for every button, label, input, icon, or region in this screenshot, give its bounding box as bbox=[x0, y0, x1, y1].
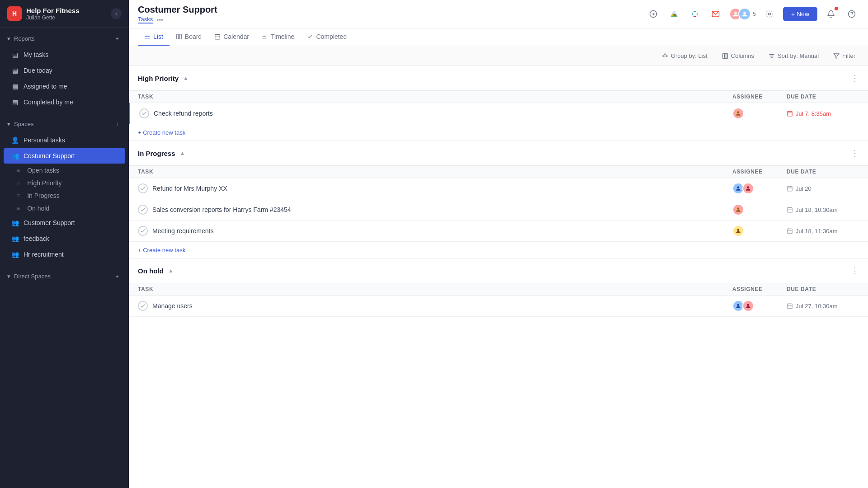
section-high-priority-more[interactable]: ⋮ bbox=[851, 73, 859, 83]
section-in-progress-chevron[interactable]: ▲ bbox=[180, 150, 185, 156]
section-in-progress-title: In Progress bbox=[138, 150, 175, 157]
sidebar-collapse-button[interactable]: ‹ bbox=[111, 8, 122, 19]
task-row[interactable]: Refund for Mrs Murphy XX Jul 20 bbox=[129, 178, 868, 199]
sidebar-item-personal-tasks[interactable]: 👤 Personal tasks bbox=[4, 132, 125, 148]
task-duedate: Jul 27, 10:30am bbox=[787, 303, 859, 310]
sidebar-sub-in-progress[interactable]: ≡ In Progress bbox=[0, 189, 129, 202]
assignee-avatar bbox=[732, 204, 744, 216]
direct-spaces-add-button[interactable]: + bbox=[113, 272, 122, 281]
feedback-label: feedback bbox=[24, 235, 118, 242]
section-high-priority-header[interactable]: High Priority ▲ ⋮ bbox=[129, 66, 868, 90]
google-drive-icon-button[interactable] bbox=[667, 7, 681, 21]
reports-add-button[interactable]: + bbox=[113, 34, 122, 43]
duedate-value: Jul 18, 10:30am bbox=[796, 206, 838, 213]
sidebar-item-feedback[interactable]: 👥 feedback bbox=[4, 231, 125, 246]
tab-list[interactable]: List bbox=[138, 28, 170, 46]
tab-timeline[interactable]: Timeline bbox=[255, 28, 301, 46]
topbar: Costumer Support Tasks ••• bbox=[129, 0, 868, 28]
people-icon: 👥 bbox=[11, 152, 19, 160]
section-on-hold-more[interactable]: ⋮ bbox=[851, 266, 859, 276]
sidebar-sub-high-priority[interactable]: ≡ High Priority bbox=[0, 177, 129, 189]
high-priority-table: Task Assignee Due Date Check refund repo… bbox=[129, 90, 868, 141]
section-in-progress-header[interactable]: In Progress ▲ ⋮ bbox=[129, 141, 868, 165]
svg-rect-37 bbox=[788, 111, 793, 116]
sidebar-item-due-today[interactable]: ▤ Due today bbox=[4, 63, 125, 78]
assignee-avatar bbox=[732, 108, 744, 119]
task-row[interactable]: Check refund reports Jul 7, 8:35am bbox=[129, 103, 868, 124]
task-check-icon[interactable] bbox=[138, 226, 148, 236]
tasks-tab-link[interactable]: Tasks bbox=[138, 16, 153, 23]
spaces-add-button[interactable]: + bbox=[113, 119, 122, 128]
filter-button[interactable]: Filter bbox=[830, 51, 859, 61]
sidebar-nav-section: ▾ Reports + ▤ My tasks ▤ Due today ▤ Ass… bbox=[0, 28, 129, 113]
chevron-down-icon: ▾ bbox=[7, 273, 10, 280]
high-priority-table-header: Task Assignee Due Date bbox=[129, 90, 868, 103]
duedate-value: Jul 20 bbox=[796, 185, 811, 192]
section-on-hold-header[interactable]: On hold ▲ ⋮ bbox=[129, 258, 868, 283]
sidebar-item-customer-support[interactable]: 👥 Customer Support bbox=[4, 215, 125, 230]
spaces-section-header[interactable]: ▾ Spaces + bbox=[0, 116, 129, 132]
personal-tasks-label: Personal tasks bbox=[24, 136, 118, 144]
new-button[interactable]: + New bbox=[783, 7, 817, 21]
task-duedate: Jul 18, 10:30am bbox=[787, 206, 859, 213]
col-task-label: Task bbox=[138, 94, 732, 100]
tab-board[interactable]: Board bbox=[170, 28, 208, 46]
sidebar-item-completed-by-me[interactable]: ▤ Completed by me bbox=[4, 94, 125, 110]
section-high-priority-chevron[interactable]: ▲ bbox=[183, 75, 189, 81]
sidebar-header: H Help For Fitness Julián Gette ‹ bbox=[0, 0, 129, 28]
task-check-icon[interactable] bbox=[139, 108, 149, 118]
tab-list-label: List bbox=[153, 33, 163, 40]
create-task-row: + Create new task bbox=[129, 124, 868, 141]
create-task-button[interactable]: + Create new task bbox=[138, 129, 185, 136]
task-check-icon[interactable] bbox=[138, 183, 148, 193]
task-check-icon[interactable] bbox=[138, 301, 148, 311]
task-row[interactable]: Sales conversion reports for Harrys Farm… bbox=[129, 199, 868, 221]
notifications-button[interactable] bbox=[824, 7, 838, 21]
col-duedate-label: Due Date bbox=[787, 286, 859, 292]
task-check-icon[interactable] bbox=[138, 205, 148, 215]
team-avatars[interactable]: 5 bbox=[729, 8, 756, 20]
reports-section-header[interactable]: ▾ Reports + bbox=[0, 30, 129, 47]
topbar-more-button[interactable]: ••• bbox=[156, 16, 163, 23]
sidebar-item-assigned-to-me[interactable]: ▤ Assigned to me bbox=[4, 79, 125, 94]
col-assignee-label: Assignee bbox=[732, 169, 787, 175]
tab-calendar[interactable]: Calendar bbox=[208, 28, 255, 46]
col-task-label: Task bbox=[138, 169, 732, 175]
section-on-hold-chevron[interactable]: ▲ bbox=[168, 267, 174, 274]
col-duedate-label: Due Date bbox=[787, 169, 859, 175]
columns-button[interactable]: Columns bbox=[718, 51, 758, 61]
sidebar-sub-open-tasks[interactable]: ≡ Open tasks bbox=[0, 164, 129, 177]
sort-by-button[interactable]: Sort by: Manual bbox=[765, 51, 822, 61]
sidebar-sub-on-hold[interactable]: ≡ On hold bbox=[0, 202, 129, 215]
svg-point-41 bbox=[737, 186, 740, 188]
notification-dot bbox=[835, 7, 838, 10]
svg-rect-59 bbox=[788, 304, 793, 309]
sidebar-item-costumer-support[interactable]: 👥 Costumer Support bbox=[4, 148, 125, 164]
in-progress-table: Task Assignee Due Date Refund for Mrs Mu… bbox=[129, 165, 868, 258]
help-button[interactable] bbox=[844, 7, 859, 21]
direct-spaces-header[interactable]: ▾ Direct Spaces + bbox=[0, 268, 129, 284]
gmail-icon-button[interactable] bbox=[708, 7, 723, 21]
add-icon-button[interactable] bbox=[646, 7, 660, 21]
drag-icon: ≡ bbox=[16, 205, 20, 212]
task-name: Meeting requirements bbox=[152, 227, 732, 235]
tab-completed[interactable]: Completed bbox=[301, 28, 353, 46]
task-row[interactable]: Manage users Jul 27, 10:30am bbox=[129, 296, 868, 317]
group-by-button[interactable]: Group by: List bbox=[658, 51, 711, 61]
section-in-progress-more[interactable]: ⋮ bbox=[851, 148, 859, 158]
task-assignee bbox=[732, 183, 787, 194]
create-task-button[interactable]: + Create new task bbox=[138, 247, 185, 253]
svg-rect-31 bbox=[726, 53, 728, 58]
assignee-avatar-2 bbox=[742, 183, 754, 194]
task-name: Check refund reports bbox=[154, 110, 732, 117]
col-task-label: Task bbox=[138, 286, 732, 292]
sidebar-item-my-tasks[interactable]: ▤ My tasks bbox=[4, 47, 125, 62]
slack-icon-button[interactable] bbox=[688, 7, 702, 21]
person-icon: 👤 bbox=[11, 136, 19, 144]
columns-label: Columns bbox=[731, 52, 754, 59]
settings-icon-button[interactable] bbox=[762, 7, 777, 21]
sidebar-item-hr-recruitment[interactable]: 👥 Hr recruitment bbox=[4, 247, 125, 262]
task-row[interactable]: Meeting requirements Jul 18, 11:30am bbox=[129, 221, 868, 242]
spaces-label: Spaces bbox=[14, 121, 33, 127]
people-icon: 👥 bbox=[11, 219, 19, 227]
